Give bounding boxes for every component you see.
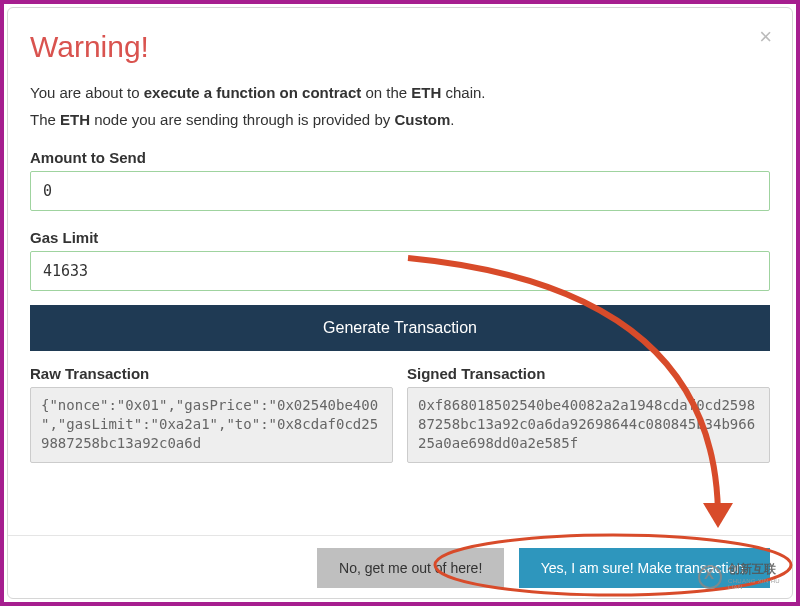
close-icon[interactable]: ×	[759, 24, 772, 50]
raw-transaction-textarea[interactable]: {"nonce":"0x01","gasPrice":"0x02540be400…	[30, 387, 393, 463]
warning-title: Warning!	[30, 30, 770, 64]
cancel-button[interactable]: No, get me out of here!	[317, 548, 504, 588]
text-bold: ETH	[60, 111, 90, 128]
text: .	[450, 111, 454, 128]
raw-transaction-label: Raw Transaction	[30, 365, 393, 382]
gas-limit-label: Gas Limit	[30, 229, 770, 246]
watermark-subtext: CHUANG XIN HU LIAN	[728, 578, 786, 590]
text-bold: execute a function on contract	[144, 84, 362, 101]
signed-transaction-label: Signed Transaction	[407, 365, 770, 382]
watermark-text: 创新互联	[728, 563, 776, 575]
gas-limit-input[interactable]	[30, 251, 770, 291]
text: on the	[361, 84, 411, 101]
text: The	[30, 111, 60, 128]
generate-transaction-button[interactable]: Generate Transaction	[30, 305, 770, 351]
text: You are about to	[30, 84, 144, 101]
text-bold: Custom	[394, 111, 450, 128]
warning-line-1: You are about to execute a function on c…	[30, 82, 770, 105]
warning-line-2: The ETH node you are sending through is …	[30, 109, 770, 132]
svg-marker-0	[703, 503, 733, 528]
amount-input[interactable]	[30, 171, 770, 211]
signed-transaction-textarea[interactable]: 0xf868018502540be40082a2a1948cdaf0cd2598…	[407, 387, 770, 463]
amount-label: Amount to Send	[30, 149, 770, 166]
text: node you are sending through is provided…	[90, 111, 394, 128]
text: chain.	[441, 84, 485, 101]
watermark-logo: X 创新互联 CHUANG XIN HU LIAN	[696, 562, 786, 592]
text-bold: ETH	[411, 84, 441, 101]
